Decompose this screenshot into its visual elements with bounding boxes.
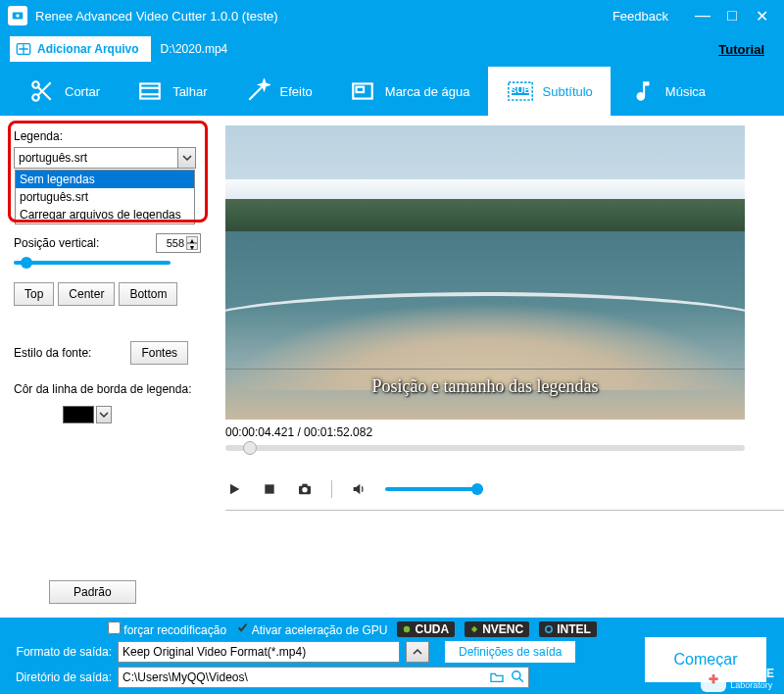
svg-point-1: [16, 14, 20, 18]
svg-point-18: [302, 487, 307, 492]
vpos-spinner[interactable]: 558 ▲▼: [156, 233, 201, 253]
play-button[interactable]: [225, 480, 243, 498]
tab-effect[interactable]: Efeito: [225, 67, 330, 116]
volume-slider[interactable]: [385, 487, 483, 491]
svg-rect-16: [265, 484, 273, 493]
maximize-button[interactable]: □: [717, 7, 747, 25]
output-format-value[interactable]: Keep Original Video Format(*.mp4): [118, 641, 400, 663]
svg-point-21: [546, 626, 552, 632]
tab-cut[interactable]: Cortar: [10, 67, 118, 116]
app-title: Renee Advanced Video Cutter 1.0.0 (teste…: [35, 9, 278, 24]
playhead-icon[interactable]: [243, 441, 257, 455]
svg-rect-19: [302, 484, 307, 487]
badge-intel: INTEL: [539, 621, 597, 637]
svg-point-3: [32, 81, 39, 88]
divider: [225, 510, 784, 511]
tabbar: Cortar Talhar Efeito Marca de água SUB S…: [0, 67, 784, 116]
vpos-center-button[interactable]: Center: [58, 282, 115, 306]
badge-cuda: CUDA: [397, 621, 455, 637]
tab-music[interactable]: Música: [611, 67, 723, 116]
output-format-label: Formato de saída:: [10, 645, 112, 659]
subtitle-option-load[interactable]: Carregar arquivos de legendas: [16, 206, 194, 223]
tab-subtitle[interactable]: SUB Subtítulo: [488, 67, 611, 116]
gpu-accel-checkbox[interactable]: Ativar aceleração de GPU: [236, 621, 387, 637]
svg-point-4: [32, 94, 39, 101]
toolbar: Adicionar Arquivo D:\2020.mp4 Tutorial: [0, 31, 784, 67]
subtitle-option-file[interactable]: português.srt: [16, 188, 194, 206]
svg-line-23: [519, 677, 523, 681]
tutorial-link[interactable]: Tutorial: [718, 42, 764, 57]
spin-up-icon[interactable]: ▲: [186, 236, 198, 243]
border-color-picker[interactable]: [63, 406, 201, 423]
add-file-label: Adicionar Arquivo: [37, 42, 139, 56]
subtitle-file-selected: português.srt: [15, 151, 177, 165]
tab-trim[interactable]: Talhar: [118, 67, 224, 116]
color-swatch: [63, 406, 94, 423]
video-preview[interactable]: Posição e tamanho das legendas: [225, 125, 745, 420]
subtitle-file-combo[interactable]: português.srt Sem legendas português.srt…: [14, 147, 196, 169]
svg-line-10: [249, 85, 264, 100]
scissors-icon: [27, 76, 57, 106]
tab-watermark[interactable]: Marca de água: [330, 67, 488, 116]
subtitle-overlay-text: Posição e tamanho das legendas: [225, 376, 745, 397]
stop-button[interactable]: [261, 480, 278, 498]
subtitle-option-none[interactable]: Sem legendas: [16, 171, 194, 188]
filmstrip-icon: [135, 76, 165, 106]
vpos-bottom-button[interactable]: Bottom: [119, 282, 177, 306]
svg-rect-12: [356, 87, 364, 92]
default-button[interactable]: Padrão: [49, 580, 136, 604]
preview-panel: Posição e tamanho das legendas 00:00:04.…: [216, 116, 784, 618]
subtitle-position-line: [225, 369, 745, 370]
feedback-link[interactable]: Feedback: [612, 9, 668, 24]
close-button[interactable]: ✕: [747, 7, 776, 25]
playback-controls: [225, 480, 764, 498]
output-format-dropdown-button[interactable]: [406, 641, 429, 663]
start-button[interactable]: Começar: [645, 637, 766, 682]
wand-icon: [243, 76, 272, 106]
minimize-button[interactable]: —: [688, 7, 717, 25]
chevron-down-icon[interactable]: [96, 406, 112, 423]
svg-point-20: [404, 626, 410, 632]
add-file-button[interactable]: Adicionar Arquivo: [10, 36, 151, 62]
timeline-slider[interactable]: [225, 445, 745, 451]
fonts-button[interactable]: Fontes: [130, 341, 188, 365]
subtitle-file-label: Legenda:: [14, 129, 201, 143]
output-settings-button[interactable]: Definições de saída: [445, 641, 575, 663]
music-note-icon: [628, 76, 658, 106]
subtitle-settings-panel: Legenda: português.srt Sem legendas port…: [0, 116, 216, 618]
search-icon[interactable]: [511, 669, 524, 686]
folder-open-icon[interactable]: [489, 669, 505, 686]
force-reencode-checkbox[interactable]: forçar recodificação: [108, 621, 226, 637]
subtitle-file-dropdown: Sem legendas português.srt Carregar arqu…: [15, 170, 195, 224]
divider: [331, 480, 332, 498]
output-dir-field[interactable]: C:\Users\MyQQ\Videos\: [118, 667, 529, 688]
watermark-icon: [348, 76, 377, 106]
bottom-bar: forçar recodificação Ativar aceleração d…: [0, 618, 784, 694]
spin-down-icon[interactable]: ▼: [186, 243, 198, 250]
svg-point-22: [513, 670, 520, 678]
output-dir-value: C:\Users\MyQQ\Videos\: [122, 670, 248, 684]
add-file-icon: [16, 41, 31, 57]
content-area: Legenda: português.srt Sem legendas port…: [0, 116, 784, 618]
vpos-label: Posição vertical:: [14, 236, 99, 250]
output-dir-label: Diretório de saída:: [10, 670, 112, 684]
timecode-display: 00:00:04.421 / 00:01:52.082: [225, 425, 764, 439]
titlebar: Renee Advanced Video Cutter 1.0.0 (teste…: [0, 0, 784, 31]
vpos-slider[interactable]: [14, 261, 171, 265]
snapshot-button[interactable]: [296, 480, 314, 498]
subtitle-icon: SUB: [506, 76, 535, 106]
border-color-label: Côr da linha de borda de legenda:: [14, 382, 201, 396]
app-logo-icon: [8, 6, 27, 25]
volume-icon[interactable]: [350, 480, 368, 498]
badge-nvenc: NVENC: [465, 621, 529, 637]
svg-rect-7: [140, 83, 160, 98]
vpos-value: 558: [159, 237, 184, 249]
loaded-file-path: D:\2020.mp4: [161, 42, 228, 56]
font-style-label: Estilo da fonte:: [14, 346, 91, 360]
svg-text:SUB: SUB: [510, 84, 530, 95]
chevron-down-icon[interactable]: [177, 148, 195, 168]
vpos-top-button[interactable]: Top: [14, 282, 54, 306]
